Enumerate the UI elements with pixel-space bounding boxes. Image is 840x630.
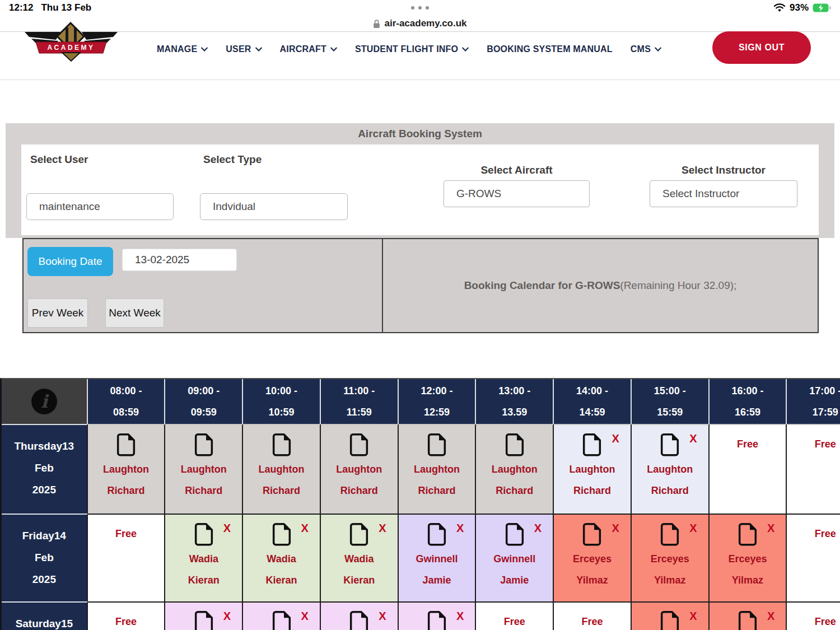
booking-cell[interactable]: LaughtonRichard: [476, 424, 554, 514]
booking-cell[interactable]: XGwinnellJamie: [476, 514, 554, 601]
booking-name: Wadia: [321, 548, 398, 570]
multitask-indicator-icon: [411, 6, 429, 10]
booking-name: Erceyes: [710, 548, 786, 570]
booking-name: Richard: [554, 480, 631, 501]
booking-cell[interactable]: XGwinnellJamie: [399, 514, 477, 601]
free-slot-cell[interactable]: Free: [787, 601, 840, 630]
booking-cell[interactable]: X: [632, 601, 710, 630]
booking-cell[interactable]: XErceyesYilmaz: [710, 514, 787, 601]
booking-name: Laughton: [399, 459, 475, 480]
document-icon: [426, 522, 448, 547]
next-week-button[interactable]: Next Week: [105, 298, 164, 328]
booking-cell[interactable]: LaughtonRichard: [321, 424, 399, 514]
booking-cell[interactable]: X: [399, 601, 477, 630]
booking-cell[interactable]: XErceyesYilmaz: [554, 514, 632, 601]
booking-date-button[interactable]: Booking Date: [27, 247, 113, 276]
free-slot-cell[interactable]: Free: [88, 514, 166, 601]
nav-item-user[interactable]: USER: [226, 44, 262, 54]
document-icon: [503, 432, 526, 457]
document-icon: [270, 432, 293, 457]
booking-name: Erceyes: [632, 548, 708, 570]
booking-name: Laughton: [88, 459, 165, 480]
cancel-booking-button[interactable]: X: [612, 432, 619, 445]
select-user-input[interactable]: [26, 193, 174, 220]
nav-item-booking-system-manual[interactable]: BOOKING SYSTEM MANUAL: [487, 44, 613, 54]
nav-item-cms[interactable]: CMS: [631, 44, 661, 54]
time-slot-header: 10:00 -10:59: [243, 379, 321, 424]
booking-date-input[interactable]: [122, 249, 237, 271]
free-label: Free: [554, 615, 631, 628]
cancel-booking-button[interactable]: X: [223, 610, 231, 623]
booking-cell[interactable]: X: [165, 601, 243, 630]
booking-name: Yilmaz: [710, 570, 786, 591]
cancel-booking-button[interactable]: X: [379, 610, 386, 623]
calendar-body: Thursday13Feb2025LaughtonRichardLaughton…: [2, 424, 840, 630]
booking-cell[interactable]: X: [243, 601, 321, 630]
booking-name: Laughton: [165, 459, 242, 480]
booking-name: Richard: [632, 480, 708, 501]
cancel-booking-button[interactable]: X: [456, 522, 464, 535]
document-icon: [270, 522, 293, 547]
booking-cell[interactable]: XLaughtonRichard: [554, 424, 632, 514]
cancel-booking-button[interactable]: X: [767, 610, 774, 623]
booking-name: Richard: [476, 480, 553, 501]
calendar-header-row: i 08:00 -08:5909:00 -09:5910:00 -10:5911…: [2, 379, 840, 424]
document-icon: [348, 432, 370, 457]
free-slot-cell[interactable]: Free: [710, 424, 787, 514]
document-icon: [736, 610, 759, 630]
booking-cell[interactable]: XLaughtonRichard: [632, 424, 710, 514]
booking-name: Richard: [243, 480, 320, 501]
booking-cell[interactable]: LaughtonRichard: [399, 424, 477, 514]
chevron-down-icon: [655, 47, 661, 52]
cancel-booking-button[interactable]: X: [379, 522, 386, 535]
cancel-booking-button[interactable]: X: [301, 610, 309, 623]
booking-cell[interactable]: XWadiaKieran: [321, 514, 399, 601]
prev-week-button[interactable]: Prev Week: [27, 298, 88, 328]
nav-item-label: CMS: [631, 44, 651, 54]
cancel-booking-button[interactable]: X: [767, 522, 774, 535]
cancel-booking-button[interactable]: X: [689, 610, 697, 623]
booking-cell[interactable]: XWadiaKieran: [165, 514, 243, 601]
document-icon: [193, 610, 215, 630]
nav-item-manage[interactable]: MANAGE: [157, 44, 208, 54]
nav-item-aircraft[interactable]: AIRCRAFT: [280, 44, 337, 54]
document-icon: [348, 522, 370, 547]
booking-cell[interactable]: LaughtonRichard: [88, 424, 166, 514]
free-slot-cell[interactable]: Free: [787, 424, 840, 514]
booking-cell[interactable]: XWadiaKieran: [243, 514, 321, 601]
info-header-cell[interactable]: i: [2, 379, 88, 424]
select-aircraft-input[interactable]: [444, 180, 590, 207]
document-icon: [736, 522, 759, 547]
free-slot-cell[interactable]: Free: [787, 514, 840, 601]
booking-cell[interactable]: X: [321, 601, 399, 630]
booking-form-card: Select User Select Type Select Aircraft …: [21, 144, 819, 235]
booking-cell[interactable]: LaughtonRichard: [243, 424, 321, 514]
chevron-down-icon: [330, 47, 337, 52]
select-instructor-input[interactable]: [650, 180, 797, 207]
info-icon: i: [30, 388, 58, 416]
free-slot-cell[interactable]: Free: [88, 601, 166, 630]
nav-item-label: USER: [226, 44, 251, 54]
booking-cell[interactable]: X: [710, 601, 787, 630]
free-slot-cell[interactable]: Free: [554, 601, 632, 630]
free-slot-cell[interactable]: Free: [476, 601, 554, 630]
cancel-booking-button[interactable]: X: [223, 522, 231, 535]
booking-name: Wadia: [165, 548, 242, 570]
clock: 12:12: [9, 2, 33, 13]
document-icon: [503, 522, 526, 547]
calendar-row: Saturday15FreeXXXXFreeFreeXXFree: [2, 601, 840, 630]
booking-cell[interactable]: XErceyesYilmaz: [632, 514, 710, 601]
nav-item-student-flight-info[interactable]: STUDENT FLIGHT INFO: [355, 44, 469, 54]
select-type-input[interactable]: [200, 193, 348, 220]
cancel-booking-button[interactable]: X: [689, 522, 697, 535]
cancel-booking-button[interactable]: X: [534, 522, 542, 535]
browser-address-bar[interactable]: air-academy.co.uk: [0, 16, 840, 32]
nav-item-label: AIRCRAFT: [280, 44, 326, 54]
cancel-booking-button[interactable]: X: [689, 432, 697, 445]
cancel-booking-button[interactable]: X: [612, 522, 619, 535]
cancel-booking-button[interactable]: X: [301, 522, 309, 535]
booking-cell[interactable]: LaughtonRichard: [165, 424, 243, 514]
document-icon: [193, 432, 215, 457]
cancel-booking-button[interactable]: X: [456, 610, 464, 623]
sign-out-button[interactable]: SIGN OUT: [712, 31, 811, 64]
